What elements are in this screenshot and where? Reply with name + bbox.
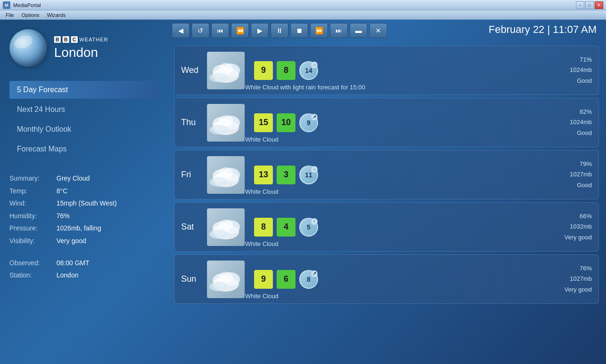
temp-low-thu: 10 — [277, 113, 295, 132]
wind-badge-thu: 9↗ — [299, 113, 318, 132]
pressure-stat: 1024mb — [570, 117, 592, 127]
nav-5day[interactable]: 5 Day Forecast — [9, 81, 160, 99]
refresh-button[interactable]: ↺ — [191, 23, 209, 38]
visibility-stat: Good — [570, 128, 592, 138]
wind-badge-wed: 14→ — [299, 61, 318, 80]
stats-col-fri: 79% 1027mb Good — [570, 159, 592, 190]
svg-point-4 — [219, 63, 233, 74]
svg-point-16 — [219, 167, 233, 179]
visibility-stat: Good — [570, 180, 592, 190]
nav-maps[interactable]: Forecast Maps — [9, 140, 160, 158]
header-area: B B C WEATHER London — [9, 29, 160, 67]
back-button[interactable]: ◀ — [172, 23, 190, 38]
window-title: MediaPortal — [13, 2, 576, 8]
temp-low-sun: 6 — [277, 270, 295, 289]
temp-high-sat: 8 — [254, 218, 273, 237]
forecast-card-thu: Thu 15 10 9↗ White Cloud 82% 1024mb Good — [174, 98, 599, 147]
temp-label: Temp: — [9, 185, 56, 198]
humidity-stat: 71% — [570, 55, 592, 65]
station-value: London — [56, 269, 79, 282]
wind-badge-sun: 8↗ — [299, 270, 318, 289]
svg-point-28 — [219, 272, 233, 283]
close-button[interactable]: ✕ — [595, 1, 603, 9]
rewind-button[interactable]: ⏪ — [231, 23, 249, 38]
forecast-panel: Wed 9 8 14→ White Cloud with light rain … — [169, 41, 606, 364]
left-panel: B B C WEATHER London 5 Day Forecast Next… — [0, 20, 169, 364]
stats-col-sun: 76% 1027mb Very good — [564, 263, 592, 294]
bbc-block-b: B — [54, 36, 61, 43]
stats-col-sat: 66% 1032mb Very good — [564, 211, 592, 242]
temp-low-fri: 3 — [277, 166, 295, 184]
nav-menu: 5 Day Forecast Next 24 Hours Monthly Out… — [9, 81, 160, 158]
nav-monthly[interactable]: Monthly Outlook — [9, 120, 160, 138]
svg-point-17 — [209, 177, 228, 187]
summary-label: Summary: — [9, 172, 56, 185]
datetime-display: February 22 | 11:07 AM — [488, 24, 597, 36]
temp-low-sat: 4 — [277, 218, 295, 237]
toolbar-close-button[interactable]: ✕ — [369, 23, 387, 38]
pressure-stat: 1027mb — [564, 274, 592, 284]
forecast-desc-sat: White Cloud — [245, 240, 279, 247]
forecast-card-sun: Sun 9 6 8↗ White Cloud 76% 1027mb Very g… — [174, 254, 599, 304]
svg-point-22 — [219, 220, 233, 231]
visibility-value: Very good — [56, 235, 86, 247]
weather-label: WEATHER — [80, 37, 108, 42]
pressure-stat: 1027mb — [570, 169, 592, 180]
temp-badges-wed: 9 8 14→ — [254, 61, 318, 80]
pressure-stat: 1024mb — [570, 65, 592, 75]
screen-button[interactable]: ▬ — [350, 23, 367, 38]
temp-value: 8°C — [56, 185, 68, 198]
weather-icon-thu — [207, 104, 245, 142]
forecast-desc-fri: White Cloud — [245, 188, 279, 195]
wind-badge-sat: 5↑ — [299, 218, 318, 237]
weather-icon-sat — [207, 208, 245, 246]
nav-24hours[interactable]: Next 24 Hours — [9, 101, 160, 119]
station-label: Station: — [9, 269, 56, 282]
observed-section: Observed: 08:00 GMT Station: London — [9, 257, 160, 282]
pause-button[interactable]: ⏸ — [271, 23, 288, 38]
visibility-label: Visibility: — [9, 235, 56, 247]
svg-point-23 — [209, 229, 228, 239]
minimize-button[interactable]: − — [576, 1, 584, 9]
weather-icon-fri — [207, 156, 245, 194]
window-controls: − □ ✕ — [576, 1, 603, 9]
pressure-stat: 1032mb — [564, 222, 592, 232]
temp-high-thu: 15 — [254, 113, 273, 132]
app-icon: M — [3, 1, 10, 9]
visibility-stat: Very good — [564, 232, 592, 243]
temp-badges-sat: 8 4 5↑ — [254, 218, 318, 237]
title-bar: M MediaPortal − □ ✕ — [0, 0, 606, 10]
day-label-wed: Wed — [181, 65, 207, 75]
temp-high-fri: 13 — [254, 166, 273, 184]
temp-badges-thu: 15 10 9↗ — [254, 113, 318, 132]
menu-wizards[interactable]: Wizards — [43, 10, 70, 19]
day-label-sat: Sat — [181, 222, 207, 232]
current-weather-info: Summary: Grey Cloud Temp: 8°C Wind: 15mp… — [9, 172, 160, 247]
maximize-button[interactable]: □ — [585, 1, 594, 9]
visibility-stat: Good — [570, 76, 592, 86]
menu-bar: File Options Wizards — [0, 10, 606, 20]
forecast-card-sat: Sat 8 4 5↑ White Cloud 66% 1032mb Very g… — [174, 202, 599, 252]
fast-forward-button[interactable]: ⏩ — [310, 23, 328, 38]
temp-high-wed: 9 — [254, 61, 273, 80]
temp-low-wed: 8 — [277, 61, 295, 80]
weather-icon-sun — [207, 261, 245, 298]
humidity-stat: 79% — [570, 159, 592, 169]
skip-forward-button[interactable]: ⏭ — [330, 23, 348, 38]
menu-file[interactable]: File — [2, 10, 18, 19]
weather-icon-wed — [207, 52, 245, 89]
pressure-value: 1026mb, falling — [56, 222, 101, 235]
temp-badges-sun: 9 6 8↗ — [254, 270, 318, 289]
temp-high-sun: 9 — [254, 270, 273, 289]
bbc-block-b2: B — [63, 36, 69, 43]
wind-badge-fri: 11→ — [299, 166, 318, 184]
menu-options[interactable]: Options — [18, 10, 43, 19]
observed-label: Observed: — [9, 257, 56, 269]
humidity-value: 76% — [56, 210, 70, 222]
stop-button[interactable]: ⏹ — [290, 23, 308, 38]
humidity-stat: 82% — [570, 107, 592, 117]
header-info: B B C WEATHER London — [54, 36, 108, 60]
play-button[interactable]: ▶ — [251, 23, 269, 38]
forecast-desc-thu: White Cloud — [245, 136, 279, 143]
skip-back-button[interactable]: ⏮ — [211, 23, 229, 38]
